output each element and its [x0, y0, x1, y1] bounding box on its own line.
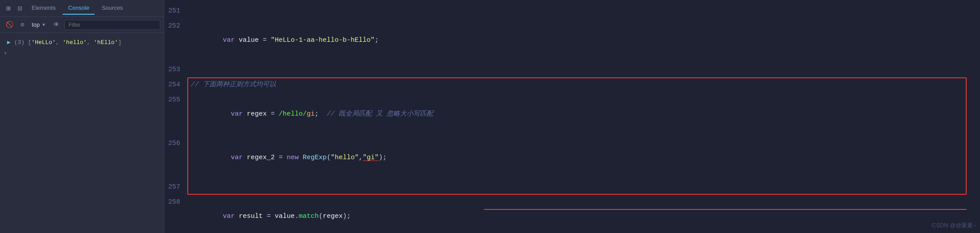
devtools-toolbar: 🚫 ⊘ top ▼ 👁	[0, 17, 164, 33]
filter-input[interactable]	[64, 20, 160, 30]
code-line-254: 254 // 下面两种正则方式均可以	[164, 77, 980, 92]
console-output: ▶ (3) ['HeLLo', 'hello', 'hEllo'] ›	[0, 33, 164, 233]
dropdown-arrow: ▼	[42, 22, 46, 27]
line-content-252: var value = "HeLLo-1-aa-hello-b-hEllo";	[191, 19, 379, 62]
devtools-tabs: ⊞ ⊡ Elements Console Sources	[0, 0, 164, 17]
code-line-252: 252 var value = "HeLLo-1-aa-hello-b-hEll…	[164, 19, 980, 62]
line-number-254: 254	[164, 78, 191, 92]
line-number-255: 255	[164, 93, 191, 107]
console-array-row: ▶ (3) ['HeLLo', 'hello', 'hEllo']	[0, 36, 164, 49]
elements-icon[interactable]: ⊞	[4, 2, 13, 15]
top-dropdown[interactable]: top ▼	[29, 20, 48, 29]
expand-arrow[interactable]: ▶	[7, 38, 11, 47]
devtools-panel: ⊞ ⊡ Elements Console Sources 🚫 ⊘ top ▼ 👁…	[0, 0, 164, 233]
tab-console[interactable]: Console	[63, 2, 95, 15]
line-number-257: 257	[164, 180, 191, 194]
code-lines: 251 252 var value = "HeLLo-1-aa-hello-b-…	[164, 0, 980, 233]
code-line-251: 251	[164, 4, 980, 19]
line-number-252: 252	[164, 19, 191, 33]
code-line-255: 255 var regex = /hello/gi; // 既全局匹配 又 忽略…	[164, 92, 980, 136]
red-underline-260	[484, 209, 967, 210]
code-line-257: 257	[164, 180, 980, 195]
tab-elements[interactable]: Elements	[26, 2, 61, 15]
console-icon[interactable]: ⊡	[15, 2, 25, 15]
code-line-253: 253	[164, 62, 980, 77]
console-array-value: (3) ['HeLLo', 'hello', 'hEllo']	[14, 38, 122, 47]
line-number-251: 251	[164, 4, 191, 18]
line-content-254: // 下面两种正则方式均可以	[191, 78, 276, 92]
highlighted-block: 254 // 下面两种正则方式均可以 255 var regex = /hell…	[164, 77, 980, 195]
tab-sources[interactable]: Sources	[96, 2, 128, 15]
ban-icon[interactable]: 🚫	[4, 20, 16, 30]
line-number-253: 253	[164, 63, 191, 77]
code-line-258: 258 var result = value.match(regex);	[164, 195, 980, 233]
console-cursor-row: ›	[0, 49, 164, 57]
eye-icon[interactable]: 👁	[51, 20, 62, 30]
line-content-258: var result = value.match(regex);	[191, 195, 351, 233]
line-number-256: 256	[164, 137, 191, 151]
line-content-256: var regex_2 = new RegExp("hello","gi");	[191, 137, 387, 179]
line-number-258: 258	[164, 195, 191, 209]
filter-icon[interactable]: ⊘	[18, 20, 26, 30]
top-label: top	[32, 21, 40, 28]
code-line-256: 256 var regex_2 = new RegExp("hello","gi…	[164, 136, 980, 180]
line-content-255: var regex = /hello/gi; // 既全局匹配 又 忽略大小写匹…	[191, 93, 433, 136]
code-editor: 251 252 var value = "HeLLo-1-aa-hello-b-…	[164, 0, 980, 233]
cursor-arrow: ›	[4, 50, 7, 56]
watermark: CSDN @@素素~	[932, 221, 976, 229]
